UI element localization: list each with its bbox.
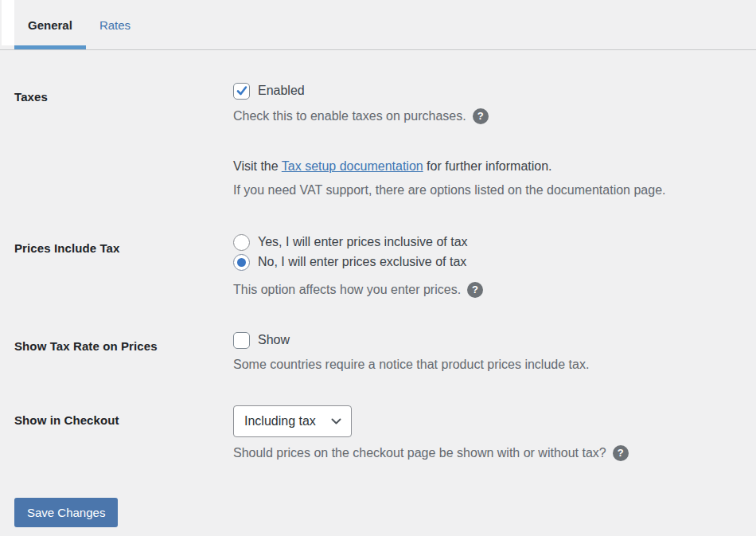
prices-include-tax-label: Prices Include Tax [14,233,233,299]
row-show-in-checkout: Show in Checkout Including tax Should pr… [14,405,756,463]
prices-inclusive-label: Yes, I will enter prices inclusive of ta… [258,235,468,249]
help-icon[interactable]: ? [473,108,489,124]
prices-exclusive-radio[interactable] [233,254,250,271]
row-show-tax-rate: Show Tax Rate on Prices Show Some countr… [14,331,756,374]
help-icon[interactable]: ? [467,282,483,298]
help-icon[interactable]: ? [613,445,629,461]
prices-inclusive-radio[interactable] [233,234,250,251]
show-tax-rate-checkbox-label: Show [258,333,290,347]
chevron-down-icon [331,418,341,424]
row-taxes: Taxes Enabled Check this to enable taxes… [14,82,756,202]
tax-settings-form: Taxes Enabled Check this to enable taxes… [0,82,756,463]
taxes-label: Taxes [14,82,233,202]
prices-exclusive-label: No, I will enter prices exclusive of tax [258,255,466,269]
row-prices-include-tax: Prices Include Tax Yes, I will enter pri… [14,233,756,299]
tab-general-label: General [28,18,72,32]
tab-general[interactable]: General [14,0,86,49]
taxes-doc-paragraph: Visit the Tax setup documentation for fu… [233,155,665,178]
show-in-checkout-description: Should prices on the checkout page be sh… [233,444,606,463]
doc-text-suffix: for further information. [423,159,552,173]
tab-rates-label: Rates [99,18,131,32]
check-icon [236,84,248,97]
tab-rates[interactable]: Rates [86,0,144,49]
show-tax-rate-label: Show Tax Rate on Prices [14,331,233,374]
taxes-enabled-label: Enabled [258,84,305,98]
show-in-checkout-selected-value: Including tax [244,414,316,428]
show-tax-rate-checkbox[interactable] [233,332,250,349]
left-edge-strip [2,0,14,45]
taxes-enabled-checkbox[interactable] [233,83,250,100]
taxes-description: Check this to enable taxes on purchases. [233,107,466,126]
prices-include-tax-description: This option affects how you enter prices… [233,280,461,299]
show-in-checkout-label: Show in Checkout [14,405,233,463]
taxes-vat-note: If you need VAT support, there are optio… [233,178,665,202]
doc-text-prefix: Visit the [233,159,282,173]
show-tax-rate-description: Some countries require a notice that pro… [233,355,589,374]
settings-tab-bar: General Rates [0,0,756,50]
save-changes-button[interactable]: Save Changes [14,498,118,527]
show-in-checkout-select[interactable]: Including tax [233,405,352,437]
tax-setup-documentation-link[interactable]: Tax setup documentation [282,159,423,173]
